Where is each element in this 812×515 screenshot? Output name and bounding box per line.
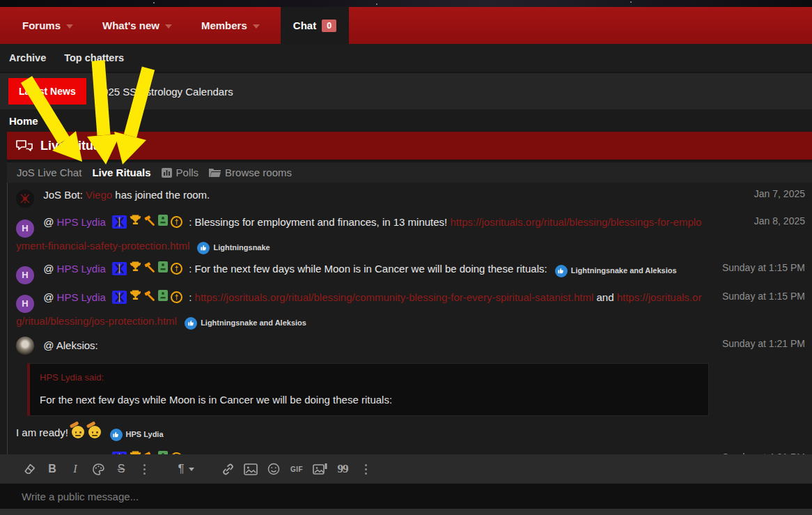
reaction-user-names: HPS Lydia [126,426,164,443]
cross-medal-badge-icon: † [171,291,182,303]
chevron-down-icon [66,24,73,29]
bottom-strip [0,509,812,515]
quote-attribution-link[interactable]: HPS Lydia said: [40,372,698,383]
breadcrumb-separator: › [45,115,49,127]
message-timestamp: Sunday at 1:15 PM [722,262,805,273]
thumbs-up-icon [110,429,123,441]
insert-emoji-button[interactable] [265,459,282,479]
user-badges: † [112,214,182,230]
folder-icon [209,168,221,177]
ledger-badge-icon [158,289,168,305]
room-header: Live Rituals [7,132,812,160]
insert-quote-button[interactable]: 99 [334,459,351,479]
message-timestamp: Jan 8, 2025 [754,215,805,226]
subnav-link-archive[interactable]: Archive [9,52,46,63]
reaction-user-names: Lightningsnake and Aleksios [571,263,677,279]
like-reaction[interactable]: Lightningsnake and Aleksios [555,263,677,279]
jos-emblem-badge-icon [112,215,127,229]
message-text: For the next few days while Moon is in C… [195,263,547,275]
user-badges: † [112,450,182,454]
eraser-icon [23,463,36,475]
tab-browse-rooms[interactable]: Browse rooms [209,167,292,178]
more-formatting-button[interactable] [136,459,153,479]
paragraph-format-button[interactable]: ¶ [178,459,194,479]
nav-item-members[interactable]: Members [198,7,263,44]
news-headline-link[interactable]: 2025 SS Astrology Calendars [97,86,233,98]
separator-colon: : [189,291,192,303]
username-link[interactable]: HPS Lydia [57,216,106,228]
trophy-badge-icon [130,214,141,230]
strikethrough-button[interactable]: S [113,459,130,479]
tab-label: Live Rituals [92,167,150,178]
tab-label: Polls [176,167,199,178]
user-link[interactable]: Viego [86,189,112,201]
main-navbar: Forums What's new Members Chat 0 [0,7,812,44]
italic-button[interactable]: I [67,459,84,479]
chat-message-with-quote: @ Aleksios: Sunday at 1:21 PM HPS Lydia … [16,337,812,443]
hps-lydia-avatar[interactable]: H [16,266,34,284]
like-reaction[interactable]: Lightningsnake [197,240,270,256]
tab-label: JoS Live Chat [17,167,81,178]
latest-news-button[interactable]: Latest News [8,78,86,105]
message-text: has joined the room. [115,189,210,201]
cross-medal-badge-icon: † [171,263,182,275]
composer-input-row [0,484,812,509]
ritual-url-link[interactable]: https://josrituals.org/ritual/blessing/c… [195,291,594,303]
reaction-user-names: Lightningsnake and Aleksios [201,315,306,331]
message-author: JoS Bot: [43,189,83,201]
more-tools-button[interactable] [357,459,374,479]
public-message-input[interactable] [0,491,812,502]
page-title: Live Rituals [40,139,111,153]
nav-tab-chat-active[interactable]: Chat 0 [281,7,349,44]
like-reaction[interactable]: HPS Lydia [110,426,164,443]
at-symbol: @ [43,263,54,275]
tab-jos-live-chat[interactable]: JoS Live Chat [17,167,81,178]
poll-chart-icon [162,168,172,178]
chat-bubbles-icon [15,139,33,153]
reaction-user-names: Lightningsnake [213,240,270,256]
separator-colon: : [189,216,192,228]
trophy-badge-icon [130,450,141,454]
quote-body-text: For the next few days while Moon is in C… [40,394,698,406]
subnav-link-top-chatters[interactable]: Top chatters [64,52,124,63]
chevron-down-icon [165,24,172,29]
aleksios-avatar[interactable] [16,337,34,355]
nav-item-whats-new[interactable]: What's new [100,7,175,44]
nav-item-label: Forums [22,20,61,31]
username-link[interactable]: HPS Lydia [57,263,106,275]
tip-hat-emoji [88,426,101,438]
tab-polls[interactable]: Polls [162,167,199,178]
message-timestamp: Sunday at 1:15 PM [722,291,805,302]
nav-item-forums[interactable]: Forums [19,7,76,44]
star-dot [630,1,632,3]
message-author: Aleksios: [56,339,98,351]
conjunction-text: and [596,291,614,303]
breadcrumb-home-link[interactable]: Home [9,115,38,127]
star-dot [153,2,155,3]
jos-bot-avatar[interactable] [16,190,34,208]
media-gallery-icon [313,463,327,475]
vertical-dots-icon [365,464,367,475]
remove-formatting-button[interactable] [21,459,38,479]
insert-link-button[interactable] [219,459,236,479]
chat-message-list[interactable]: JoS Bot: Viego has joined the room. Jan … [7,183,812,454]
cross-medal-badge-icon: † [171,216,182,228]
insert-image-button[interactable] [242,459,259,479]
username-link[interactable]: HPS Lydia [57,452,106,454]
bold-button[interactable]: B [44,459,61,479]
insert-media-button[interactable] [311,459,328,479]
user-badges: † [112,261,182,277]
room-tab-bar: JoS Live Chat Live Rituals Polls Browse … [7,160,812,183]
hps-lydia-avatar[interactable]: H [16,220,34,238]
username-link[interactable]: HPS Lydia [57,291,106,303]
hps-lydia-avatar[interactable]: H [16,295,34,313]
tab-live-rituals[interactable]: Live Rituals [92,167,150,178]
breadcrumb: Home › [0,109,812,132]
chat-message-bot-join: JoS Bot: Viego has joined the room. Jan … [16,187,812,208]
like-reaction[interactable]: Lightningsnake and Aleksios [185,315,306,331]
message-text: Blessings for employment and finances, i… [195,216,448,228]
quote-block: HPS Lydia said: For the next few days wh… [27,363,709,416]
text-color-button[interactable] [90,459,107,479]
header-background-strip [0,0,812,7]
insert-gif-button[interactable]: GIF [288,459,305,479]
